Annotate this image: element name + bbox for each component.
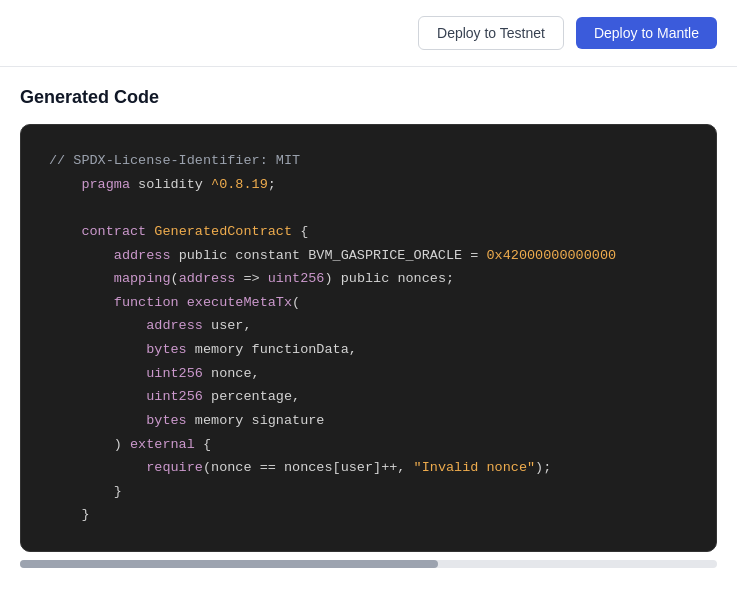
code-kw-address: address bbox=[114, 248, 171, 263]
code-version: ^0.8.19 bbox=[211, 177, 268, 192]
code-cbrace1: } bbox=[114, 484, 122, 499]
code-user: user, bbox=[203, 318, 252, 333]
code-keyword-contract: contract bbox=[81, 224, 146, 239]
code-arrow: => bbox=[235, 271, 267, 286]
code-cbrace2: } bbox=[81, 507, 89, 522]
code-pub1: public constant BVM_GASPRICE_ORACLE = bbox=[171, 248, 487, 263]
code-require: require bbox=[146, 460, 203, 475]
header-bar: Deploy to Testnet Deploy to Mantle bbox=[0, 0, 737, 67]
code-block: // SPDX-License-Identifier: MIT pragma s… bbox=[49, 149, 688, 527]
code-kw-mapping: mapping bbox=[114, 271, 171, 286]
code-kw-bytes2: bytes bbox=[146, 413, 187, 428]
code-req-end: ); bbox=[535, 460, 551, 475]
code-pct: percentage, bbox=[203, 389, 300, 404]
content-area: Generated Code // SPDX-License-Identifie… bbox=[0, 67, 737, 588]
code-semi: ; bbox=[268, 177, 276, 192]
code-nonce: nonce, bbox=[203, 366, 260, 381]
scrollbar-thumb[interactable] bbox=[20, 560, 438, 568]
code-func-name: executeMetaTx bbox=[187, 295, 292, 310]
code-kw-addr3: address bbox=[146, 318, 203, 333]
deploy-testnet-button[interactable]: Deploy to Testnet bbox=[418, 16, 564, 50]
code-mapping-body: ( bbox=[171, 271, 179, 286]
scrollbar-track[interactable] bbox=[20, 560, 717, 568]
code-map-end: ) public nonces; bbox=[324, 271, 454, 286]
section-title: Generated Code bbox=[20, 87, 717, 108]
code-plain: solidity bbox=[130, 177, 211, 192]
code-mem1: memory functionData, bbox=[187, 342, 357, 357]
code-space2 bbox=[179, 295, 187, 310]
code-container: // SPDX-License-Identifier: MIT pragma s… bbox=[20, 124, 717, 552]
code-addr-val: 0x42000000000000 bbox=[486, 248, 616, 263]
code-type-uint: uint256 bbox=[268, 271, 325, 286]
code-mem2: memory signature bbox=[187, 413, 325, 428]
code-rparen: ) bbox=[114, 437, 130, 452]
code-type-uint3: uint256 bbox=[146, 389, 203, 404]
code-type-uint2: uint256 bbox=[146, 366, 203, 381]
code-kw-addr2: address bbox=[179, 271, 236, 286]
code-kw-bytes1: bytes bbox=[146, 342, 187, 357]
code-keyword: pragma bbox=[81, 177, 130, 192]
code-obrace: { bbox=[195, 437, 211, 452]
code-contract-name: GeneratedContract bbox=[154, 224, 292, 239]
code-lparen: ( bbox=[292, 295, 300, 310]
code-comment: // SPDX-License-Identifier: MIT bbox=[49, 153, 300, 168]
code-string: "Invalid nonce" bbox=[414, 460, 536, 475]
deploy-mantle-button[interactable]: Deploy to Mantle bbox=[576, 17, 717, 49]
code-req-body: (nonce == nonces[user]++, bbox=[203, 460, 414, 475]
code-brace: { bbox=[292, 224, 308, 239]
code-kw-function: function bbox=[114, 295, 179, 310]
code-kw-ext: external bbox=[130, 437, 195, 452]
